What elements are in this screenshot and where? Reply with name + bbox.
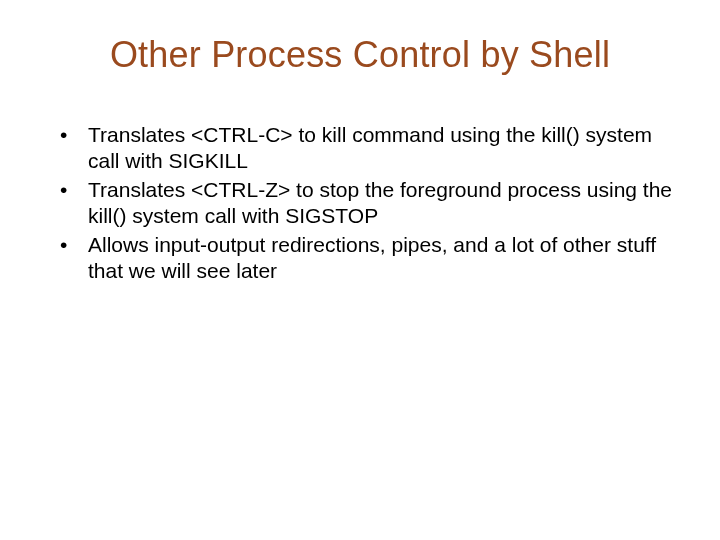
bullet-list: Translates <CTRL-C> to kill command usin…: [36, 122, 684, 284]
list-item: Allows input-output redirections, pipes,…: [60, 232, 684, 283]
slide: Other Process Control by Shell Translate…: [0, 0, 720, 540]
list-item: Translates <CTRL-C> to kill command usin…: [60, 122, 684, 173]
slide-title: Other Process Control by Shell: [36, 34, 684, 76]
list-item: Translates <CTRL-Z> to stop the foregrou…: [60, 177, 684, 228]
